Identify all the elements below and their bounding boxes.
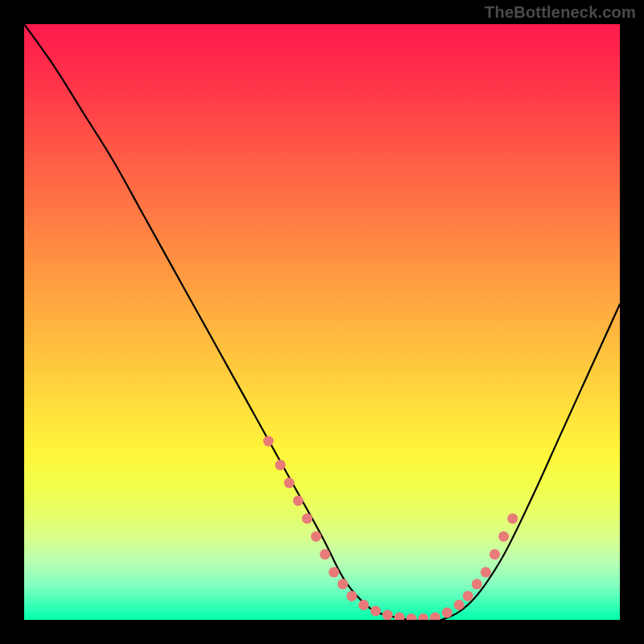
- highlight-dot: [454, 600, 464, 610]
- highlight-dot: [293, 496, 303, 506]
- highlight-dot: [328, 567, 339, 577]
- highlight-dot: [407, 613, 417, 620]
- highlight-dot: [472, 579, 482, 589]
- highlight-dot: [263, 436, 274, 447]
- highlight-dot: [337, 579, 348, 589]
- highlight-dot: [275, 460, 286, 470]
- bottleneck-curve: [24, 24, 620, 620]
- watermark-text: TheBottleneck.com: [485, 3, 636, 22]
- plot-area: [24, 24, 620, 620]
- highlight-dot: [284, 477, 295, 488]
- highlight-dot: [302, 514, 312, 524]
- highlight-dot: [481, 567, 491, 577]
- highlight-dot: [382, 610, 393, 620]
- highlight-dot: [370, 605, 381, 616]
- highlight-dot: [442, 608, 452, 618]
- highlight-dot: [320, 549, 330, 559]
- highlight-dot: [430, 613, 440, 620]
- highlight-dot: [463, 591, 473, 601]
- highlight-dot: [498, 531, 509, 542]
- highlight-dot: [358, 600, 369, 610]
- chart-frame: TheBottleneck.com: [0, 0, 644, 644]
- highlight-dot: [347, 591, 357, 601]
- highlight-dot: [418, 613, 428, 620]
- highlight-dot: [507, 514, 518, 524]
- chart-svg: [24, 24, 620, 620]
- highlight-dot: [394, 613, 405, 620]
- highlight-dot: [489, 549, 500, 559]
- highlight-dot: [311, 531, 321, 542]
